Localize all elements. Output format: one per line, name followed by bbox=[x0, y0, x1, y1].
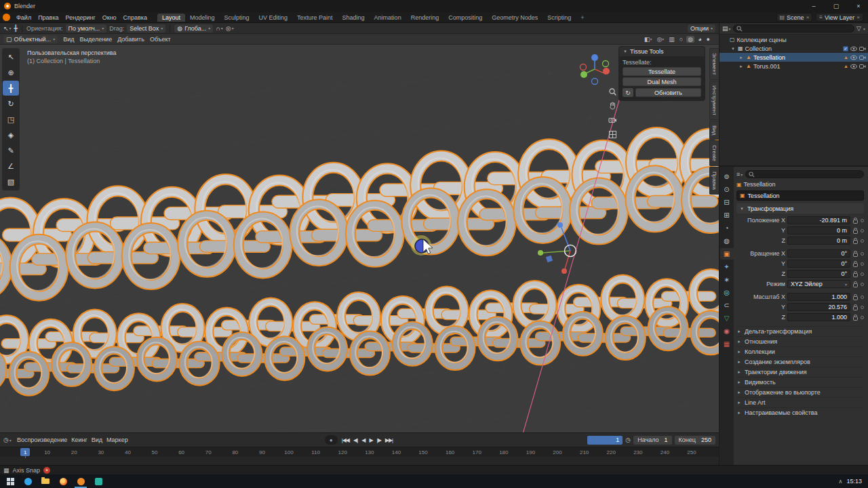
section-header-8[interactable]: ▸Настраиваемые свойства bbox=[736, 407, 864, 418]
section-header-3[interactable]: ▸Создание экземпляров bbox=[736, 357, 864, 367]
field-value[interactable]: 1.000 bbox=[787, 293, 850, 301]
side-tab-4[interactable]: Правка bbox=[709, 167, 719, 195]
properties-tab-object[interactable]: ▣ bbox=[720, 248, 734, 260]
workspace-tab-rendering[interactable]: Rendering bbox=[406, 14, 444, 22]
tissue-button-1[interactable]: Dual Mesh bbox=[623, 77, 701, 86]
section-header-0[interactable]: ▸Дельта-трансформация bbox=[736, 326, 864, 336]
edge-icon[interactable] bbox=[19, 474, 37, 488]
orientation-dropdown[interactable]: По умолч...▾ bbox=[66, 24, 107, 33]
blender-icon[interactable] bbox=[72, 474, 90, 488]
field-value[interactable]: 0 m bbox=[787, 226, 850, 235]
field-value[interactable]: 1.000 bbox=[787, 313, 850, 321]
side-tab-0[interactable]: Элемент bbox=[709, 48, 719, 80]
shading-material-icon[interactable]: ◕ bbox=[696, 36, 703, 43]
filter-dropdown-icon[interactable]: ▾ bbox=[863, 26, 865, 31]
animate-decorator[interactable] bbox=[861, 262, 864, 266]
timeline-menu-2[interactable]: Вид bbox=[90, 436, 104, 443]
view-layer-selector[interactable]: ≡ View Layer × bbox=[816, 13, 863, 22]
outliner-row-2[interactable]: ▸▲Tessellation▲ bbox=[719, 53, 868, 62]
animate-decorator[interactable] bbox=[861, 219, 864, 222]
viewport-3d[interactable]: ↖⊕╋↻◳◈✎∠▧ Пользовательская перспектива (… bbox=[0, 45, 719, 432]
blender-menu-icon[interactable] bbox=[3, 14, 10, 21]
mode-dropdown[interactable]: ▢Объектный...▾ bbox=[3, 35, 58, 43]
refresh-button[interactable]: Обновить bbox=[635, 88, 701, 97]
measure-tool[interactable]: ∠ bbox=[3, 159, 19, 174]
lock-icon[interactable] bbox=[853, 304, 858, 310]
section-header-4[interactable]: ▸Траектории движения bbox=[736, 367, 864, 377]
properties-tab-render[interactable]: ⊙ bbox=[720, 184, 734, 195]
outliner-display-mode-dropdown[interactable]: ▤▾ bbox=[722, 25, 731, 32]
pivot-dropdown[interactable]: ◍Глоба...▾ bbox=[174, 24, 213, 33]
collection-checkbox[interactable]: ✓ bbox=[843, 46, 848, 52]
properties-tab-constraints[interactable]: ⊂ bbox=[720, 300, 734, 311]
field-value[interactable]: XYZ Эйлер▾ bbox=[787, 280, 850, 288]
section-header-2[interactable]: ▸Коллекции bbox=[736, 346, 864, 357]
snap-magnet-icon[interactable]: ∩▾ bbox=[216, 25, 222, 32]
outliner-search-input[interactable] bbox=[733, 24, 855, 33]
camera-visibility-icon[interactable] bbox=[859, 55, 866, 60]
disclosure-icon[interactable]: ▾ bbox=[730, 46, 736, 52]
lock-icon[interactable] bbox=[853, 218, 858, 224]
object-name-field[interactable]: ▣ Tessellation bbox=[736, 190, 864, 201]
transform-panel-header[interactable]: ▾ Трансформация bbox=[736, 203, 864, 214]
playback-button-0[interactable]: |◀◀ bbox=[342, 437, 349, 443]
animate-decorator[interactable] bbox=[861, 283, 864, 286]
field-value[interactable]: 20.576 bbox=[787, 303, 850, 311]
cursor-tool[interactable]: ⊕ bbox=[3, 65, 19, 80]
disclosure-icon[interactable]: ▸ bbox=[738, 55, 744, 60]
lock-icon[interactable] bbox=[853, 261, 858, 267]
eye-icon[interactable] bbox=[850, 64, 857, 69]
animate-decorator[interactable] bbox=[861, 272, 864, 276]
viewport-menu-0[interactable]: Вид bbox=[60, 36, 77, 43]
media-icon[interactable] bbox=[90, 474, 107, 488]
playback-button-3[interactable]: ▶ bbox=[369, 437, 372, 443]
timeline-editor-type-icon[interactable]: ◷▾ bbox=[3, 436, 12, 443]
eye-icon[interactable] bbox=[850, 46, 857, 52]
properties-tab-modifiers[interactable]: ✦ bbox=[720, 261, 734, 272]
current-frame-field[interactable]: 1 bbox=[587, 436, 623, 445]
section-header-6[interactable]: ▸Отображение во вьюпорте bbox=[736, 387, 864, 397]
show-gizmos-icon[interactable]: ◧▾ bbox=[643, 36, 654, 43]
disclosure-icon[interactable]: ▸ bbox=[738, 64, 744, 69]
field-value[interactable]: 0° bbox=[787, 249, 850, 258]
menu-item-0[interactable]: Файл bbox=[13, 14, 35, 21]
zoom-icon[interactable] bbox=[608, 87, 617, 96]
field-value[interactable]: 0° bbox=[787, 260, 850, 268]
xray-toggle-icon[interactable]: ▥ bbox=[667, 36, 676, 43]
animate-decorator[interactable] bbox=[861, 306, 864, 309]
menu-item-1[interactable]: Правка bbox=[35, 14, 62, 21]
maximize-button[interactable]: ▢ bbox=[827, 0, 846, 12]
menu-item-3[interactable]: Окно bbox=[99, 14, 120, 21]
annotate-tool[interactable]: ✎ bbox=[3, 143, 19, 158]
overlays-icon[interactable]: ◎▾ bbox=[655, 36, 665, 43]
lock-icon[interactable] bbox=[853, 228, 858, 234]
camera-visibility-icon[interactable] bbox=[859, 46, 866, 52]
lock-icon[interactable] bbox=[853, 271, 858, 277]
section-header-1[interactable]: ▸Отношения bbox=[736, 336, 864, 346]
playback-button-5[interactable]: ▶▶| bbox=[385, 437, 393, 443]
workspace-add-tab[interactable]: + bbox=[576, 14, 589, 22]
unlink-scene-button[interactable]: × bbox=[806, 14, 810, 20]
lock-icon[interactable] bbox=[853, 314, 858, 321]
perspective-icon[interactable] bbox=[608, 129, 617, 139]
properties-tab-particles[interactable]: ∗ bbox=[720, 274, 734, 285]
properties-tab-physics[interactable]: ◎ bbox=[720, 287, 734, 298]
tray-expand-icon[interactable]: ∧ bbox=[839, 479, 843, 485]
workspace-tab-texture-paint[interactable]: Texture Paint bbox=[292, 14, 338, 22]
minimize-button[interactable]: – bbox=[804, 0, 823, 12]
animate-decorator[interactable] bbox=[861, 316, 864, 319]
navigation-gizmo[interactable] bbox=[576, 50, 614, 88]
animate-decorator[interactable] bbox=[861, 239, 864, 243]
workspace-tab-shading[interactable]: Shading bbox=[338, 14, 370, 22]
workspace-tab-uv-editing[interactable]: UV Editing bbox=[254, 14, 293, 22]
playback-button-4[interactable]: |▶ bbox=[377, 437, 381, 443]
timeline-menu-3[interactable]: Маркер bbox=[104, 436, 130, 443]
frame-start-field[interactable]: Начало1 bbox=[633, 436, 671, 445]
drag-dropdown[interactable]: Select Box▾ bbox=[127, 24, 165, 33]
tissue-button-0[interactable]: Tessellate bbox=[623, 67, 701, 76]
firefox-icon[interactable] bbox=[54, 474, 72, 488]
file-explorer-icon[interactable] bbox=[37, 474, 54, 488]
timeline-menu-1[interactable]: Кеинг bbox=[69, 436, 90, 443]
properties-tab-texture[interactable]: ▦ bbox=[720, 338, 734, 350]
select-box-tool[interactable]: ↖ bbox=[3, 49, 19, 64]
